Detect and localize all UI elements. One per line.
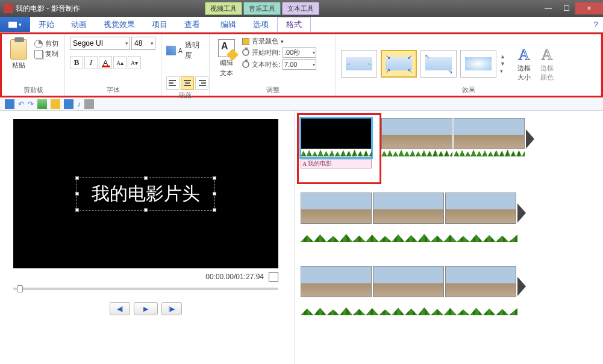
start-time-label: 开始时间: (252, 48, 280, 57)
clip-6[interactable] (301, 266, 372, 306)
seek-thumb[interactable] (17, 285, 23, 292)
title-text-selection[interactable]: 我的电影片头 (77, 177, 215, 211)
seek-slider[interactable] (13, 288, 278, 290)
bucket-icon (242, 38, 249, 45)
window-controls: — ☐ × (539, 2, 603, 14)
tab-view[interactable]: 查看 (176, 17, 208, 32)
clip-5[interactable] (445, 193, 516, 232)
next-frame-button[interactable]: |▶ (161, 302, 182, 315)
duration-label: 文本时长: (252, 60, 280, 69)
time-display: 00:00.00/01:27.94 (205, 273, 264, 281)
group-adjust: 编辑 文本 背景颜色▾ 开始时间:.00秒 文本时长:7.00 调整 (210, 34, 336, 96)
help-button[interactable]: ? (589, 17, 603, 32)
play-button[interactable]: ▶ (134, 302, 158, 315)
paste-button[interactable]: 粘贴 (7, 37, 31, 70)
tab-project[interactable]: 项目 (143, 17, 176, 32)
clipboard-icon (10, 39, 27, 60)
title-bar: 我的电影 - 影音制作 视频工具 音乐工具 文本工具 — ☐ × (0, 0, 603, 17)
clip-7[interactable] (373, 266, 444, 306)
prev-frame-button[interactable]: ◀| (110, 302, 130, 315)
tab-home[interactable]: 开始 (30, 17, 63, 32)
audio-tools-tab[interactable]: 音乐工具 (243, 2, 281, 15)
shrink-font-button[interactable]: A▾ (128, 56, 141, 69)
effects-scroll[interactable]: ▲▼▾ (500, 54, 505, 74)
effect-thumb-4[interactable] (460, 50, 496, 78)
caption-bar[interactable]: A我的电影 (301, 159, 372, 168)
qat-icon-3[interactable] (64, 99, 73, 109)
row-continue-icon (526, 129, 534, 149)
tab-options[interactable]: 选项 (245, 17, 277, 32)
qat-undo-icon[interactable]: ↶ (18, 100, 24, 108)
effect-thumb-2[interactable]: ↘↙↗↖ (381, 50, 417, 78)
minimize-button[interactable]: — (539, 2, 557, 14)
font-color-button[interactable]: A (99, 56, 112, 69)
menu-bar: 开始 动画 视觉效果 项目 查看 编辑 选项 格式 ? (0, 17, 603, 32)
effect-thumb-3[interactable]: ↖↘ (420, 50, 457, 78)
border-color-button[interactable]: A边框 颜色 (537, 46, 557, 82)
maximize-button[interactable]: ☐ (557, 2, 575, 14)
clip-8[interactable] (445, 266, 516, 306)
scissors-icon (34, 40, 43, 48)
clip-2[interactable] (454, 118, 525, 158)
file-menu-button[interactable] (0, 17, 30, 32)
paste-label: 粘贴 (12, 61, 25, 70)
group-effects: →← ↘↙↗↖ ↖↘ ▲▼▾ A边框 大小 A边框 颜色 效果 (336, 34, 601, 96)
close-button[interactable]: × (575, 2, 603, 14)
background-color-button[interactable]: 背景颜色▾ (242, 37, 316, 46)
grow-font-button[interactable]: A▴ (113, 56, 127, 69)
copy-icon (34, 50, 43, 58)
qat-new-icon[interactable] (5, 99, 14, 109)
contextual-tool-tabs: 视频工具 音乐工具 文本工具 (205, 2, 319, 15)
qat-redo-icon[interactable]: ↷ (28, 100, 34, 108)
preview-video[interactable]: 我的电影片头 (13, 119, 278, 268)
clip-4[interactable] (373, 193, 444, 232)
tab-edit[interactable]: 编辑 (212, 17, 245, 32)
qat-icon-1[interactable] (37, 99, 47, 109)
timeline-row-1: A我的电影 (301, 118, 597, 168)
bold-button[interactable]: B (70, 56, 83, 69)
group-clipboard: 粘贴 剪切 复制 剪贴板 (2, 34, 65, 96)
font-name-combo[interactable]: Segoe UI (70, 37, 130, 50)
effect-thumb-1[interactable]: →← (341, 50, 377, 78)
qat-icon-2[interactable] (51, 99, 60, 109)
qat-music-icon[interactable]: ♪ (77, 100, 81, 108)
ribbon: 粘贴 剪切 复制 剪贴板 Segoe UI 48 B I A A▴ A▾ 字体 (0, 32, 603, 97)
group-label-font: 字体 (70, 84, 156, 94)
clip-1[interactable] (381, 118, 452, 158)
tab-visual-effects[interactable]: 视觉效果 (95, 17, 143, 32)
edit-text-button[interactable]: 编辑 文本 (214, 37, 239, 78)
window-title: 我的电影 - 影音制作 (16, 4, 80, 14)
border-size-button[interactable]: A边框 大小 (514, 46, 534, 82)
group-label-paragraph: 段落 (166, 90, 204, 100)
qat-icon-4[interactable] (84, 99, 94, 109)
align-right-button[interactable] (195, 76, 208, 90)
group-label-effects: 效果 (341, 84, 596, 94)
tab-format[interactable]: 格式 (277, 17, 311, 32)
timeline-row-2 (301, 193, 597, 242)
cut-button[interactable]: 剪切 (34, 39, 58, 48)
align-center-button[interactable] (181, 76, 194, 90)
app-icon (4, 4, 13, 13)
start-time-field[interactable]: .00秒 (283, 47, 316, 58)
preview-pane: 我的电影片头 00:00.00/01:27.94 ◀| ▶ |▶ (0, 111, 294, 364)
tab-animation[interactable]: 动画 (63, 17, 95, 32)
video-tools-tab[interactable]: 视频工具 (205, 2, 242, 15)
font-size-combo[interactable]: 48 (131, 37, 155, 50)
quick-access-toolbar: ↶ ↷ ♪ (0, 97, 603, 111)
copy-button[interactable]: 复制 (34, 49, 58, 58)
timeline-row-3 (301, 266, 597, 315)
title-text[interactable]: 我的电影片头 (92, 184, 200, 203)
align-left-button[interactable] (166, 76, 180, 90)
text-tools-tab[interactable]: 文本工具 (282, 2, 319, 15)
stopwatch-icon (242, 49, 249, 56)
duration-field[interactable]: 7.00 (283, 59, 316, 70)
fullscreen-icon[interactable] (269, 272, 278, 282)
group-paragraph: A透明度 段落 (161, 34, 210, 96)
edit-text-icon (218, 39, 235, 57)
transparency-button[interactable]: A透明度 (166, 37, 204, 61)
stopwatch-icon (242, 61, 249, 68)
clip-title[interactable] (301, 118, 372, 158)
italic-button[interactable]: I (84, 56, 98, 69)
workspace: 我的电影片头 00:00.00/01:27.94 ◀| ▶ |▶ A我的电影 (0, 111, 603, 364)
clip-3[interactable] (301, 193, 372, 232)
